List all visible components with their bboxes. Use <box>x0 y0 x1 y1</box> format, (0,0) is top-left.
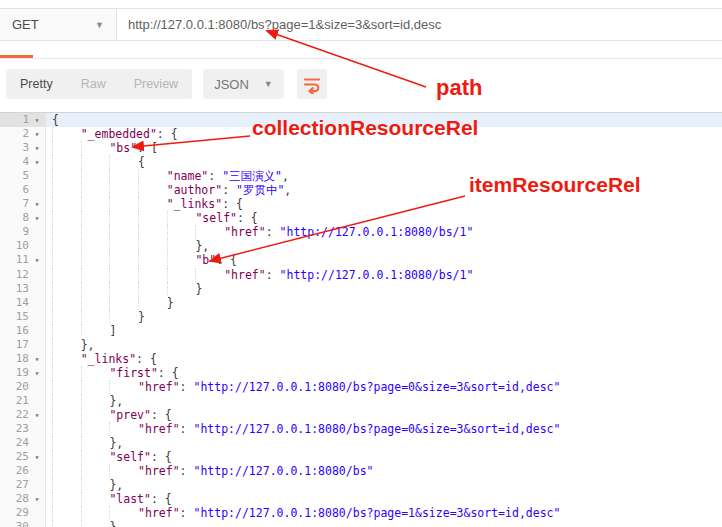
code-area[interactable]: {"_embedded": {"bs": [{"name": "三国演义","a… <box>46 113 722 527</box>
line-number: 24 <box>0 436 45 450</box>
line-number: 20 <box>0 380 45 394</box>
code-line: "_links": { <box>52 197 722 211</box>
line-number: 6 <box>0 183 45 197</box>
line-number: 7▾ <box>0 197 45 211</box>
code-line: "href": "http://127.0.0.1:8080/bs?page=0… <box>52 380 722 394</box>
line-number: 28▾ <box>0 492 45 506</box>
code-line: { <box>46 113 722 127</box>
line-number: 8▾ <box>0 211 45 225</box>
line-number: 5 <box>0 169 45 183</box>
code-line: "last": { <box>52 492 722 506</box>
line-number: 1▾ <box>0 113 45 127</box>
line-number: 4▾ <box>0 155 45 169</box>
code-line: "name": "三国演义", <box>52 169 722 183</box>
method-select[interactable]: GET ▼ <box>0 9 117 40</box>
code-line: }, <box>52 436 722 450</box>
request-bar: GET ▼ http://127.0.0.1:8080/bs?page=1&si… <box>0 8 722 41</box>
code-line: "bs": [ <box>52 141 722 155</box>
tab-preview[interactable]: Preview <box>120 69 192 99</box>
code-line: ] <box>52 324 722 338</box>
code-line: }, <box>52 338 722 352</box>
fold-toggle-icon[interactable]: ▾ <box>29 127 45 141</box>
code-line: "_embedded": { <box>52 127 722 141</box>
line-number: 14 <box>0 296 45 310</box>
view-tabs: PrettyRawPreview <box>6 69 192 99</box>
fold-toggle-icon[interactable]: ▾ <box>29 366 45 380</box>
code-line: "href": "http://127.0.0.1:8080/bs?page=0… <box>52 422 722 436</box>
json-response-editor: 1▾2▾3▾4▾567▾8▾91011▾12131415161718▾19▾20… <box>0 112 722 527</box>
line-number: 30 <box>0 520 45 527</box>
line-number: 19▾ <box>0 366 45 380</box>
line-number: 15 <box>0 310 45 324</box>
code-line: "href": "http://127.0.0.1:8080/bs/1" <box>52 268 722 282</box>
fold-toggle-icon[interactable]: ▾ <box>29 408 45 422</box>
line-number: 11▾ <box>0 253 45 267</box>
line-number: 23 <box>0 422 45 436</box>
tab-raw[interactable]: Raw <box>67 69 120 99</box>
code-line: "b": { <box>52 253 722 267</box>
code-line: }, <box>52 478 722 492</box>
code-line: }, <box>52 239 722 253</box>
code-line: } <box>52 296 722 310</box>
fold-toggle-icon[interactable]: ▾ <box>29 211 45 225</box>
url-input[interactable]: http://127.0.0.1:8080/bs?page=1&size=3&s… <box>117 9 722 40</box>
fold-toggle-icon[interactable]: ▾ <box>29 492 45 506</box>
code-line: } <box>52 310 722 324</box>
fold-toggle-icon[interactable]: ▾ <box>29 197 45 211</box>
line-number: 2▾ <box>0 127 45 141</box>
fold-toggle-icon[interactable]: ▾ <box>29 352 45 366</box>
line-number: 18▾ <box>0 352 45 366</box>
code-line: "href": "http://127.0.0.1:8080/bs/1" <box>52 225 722 239</box>
line-number: 17 <box>0 338 45 352</box>
code-line: "href": "http://127.0.0.1:8080/bs" <box>52 464 722 478</box>
code-line: "href": "http://127.0.0.1:8080/bs?page=1… <box>52 506 722 520</box>
line-number: 21 <box>0 394 45 408</box>
method-label: GET <box>12 17 39 32</box>
line-number: 12 <box>0 268 45 282</box>
code-line: } <box>52 282 722 296</box>
code-line: "self": { <box>52 450 722 464</box>
response-tabbar-divider <box>0 58 722 59</box>
code-line: } <box>52 520 722 527</box>
chevron-down-icon: ▼ <box>264 79 273 89</box>
line-number: 26 <box>0 464 45 478</box>
format-select[interactable]: JSON ▼ <box>203 69 284 99</box>
chevron-down-icon: ▼ <box>95 20 104 30</box>
fold-toggle-icon[interactable]: ▾ <box>29 113 45 127</box>
code-line: "author": "罗贯中", <box>52 183 722 197</box>
line-number-gutter: 1▾2▾3▾4▾567▾8▾91011▾12131415161718▾19▾20… <box>0 113 46 527</box>
code-line: "_links": { <box>52 352 722 366</box>
line-number: 10 <box>0 239 45 253</box>
code-line: "self": { <box>52 211 722 225</box>
code-line: "first": { <box>52 366 722 380</box>
line-number: 3▾ <box>0 141 45 155</box>
code-line: { <box>52 155 722 169</box>
fold-toggle-icon[interactable]: ▾ <box>29 155 45 169</box>
fold-toggle-icon[interactable]: ▾ <box>29 141 45 155</box>
active-tab-indicator <box>0 55 33 58</box>
response-toolbar: PrettyRawPreview JSON ▼ <box>6 69 327 99</box>
line-number: 13 <box>0 282 45 296</box>
line-number: 16 <box>0 324 45 338</box>
path-label: path <box>436 75 482 101</box>
line-number: 29 <box>0 506 45 520</box>
line-number: 9 <box>0 225 45 239</box>
code-line: }, <box>52 394 722 408</box>
format-value: JSON <box>214 77 249 92</box>
fold-toggle-icon[interactable]: ▾ <box>29 450 45 464</box>
code-line: "prev": { <box>52 408 722 422</box>
wrap-text-icon <box>302 74 322 94</box>
line-number: 25▾ <box>0 450 45 464</box>
line-number: 27 <box>0 478 45 492</box>
tab-pretty[interactable]: Pretty <box>6 69 67 99</box>
postman-window: GET ▼ http://127.0.0.1:8080/bs?page=1&si… <box>0 0 722 527</box>
wrap-text-button[interactable] <box>297 69 327 99</box>
line-number: 22▾ <box>0 408 45 422</box>
fold-toggle-icon[interactable]: ▾ <box>29 253 45 267</box>
